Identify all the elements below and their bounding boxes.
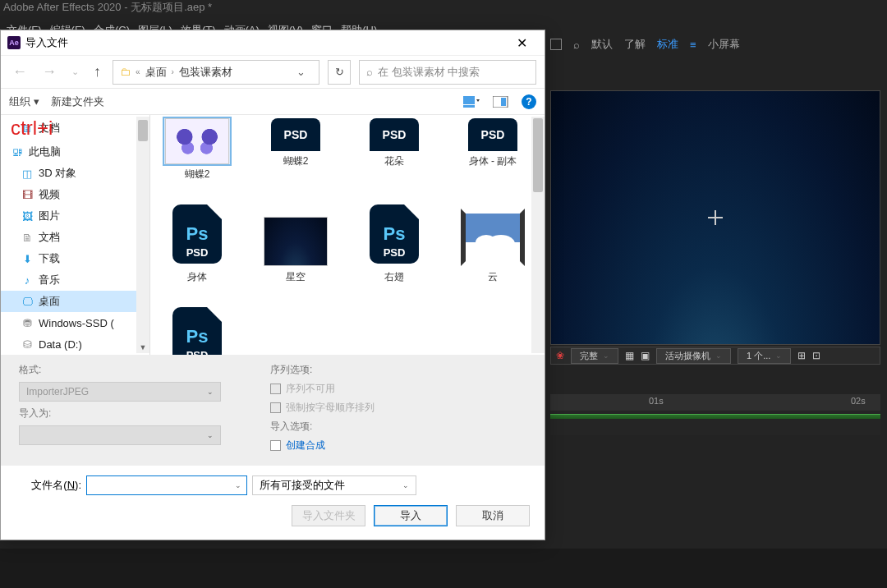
- dialog-body: ctrl+i 🗎文档 🖳此电脑 ◫3D 对象 🎞视频 🖼图片 🗎文档 ⬇下载 ♪…: [1, 114, 545, 355]
- doc-icon: 🗎: [21, 231, 34, 244]
- sidebar-item-docs2[interactable]: 🗎文档: [1, 227, 149, 248]
- disk-icon: ⛃: [21, 316, 34, 329]
- chevron-icon: «: [134, 67, 142, 76]
- svg-rect-0: [463, 96, 475, 104]
- file-filter-select[interactable]: 所有可接受的文件⌄: [252, 475, 416, 495]
- file-leftwing-psd[interactable]: PsPSD 左翅: [163, 304, 231, 355]
- desktop-icon: 🖵: [21, 295, 34, 308]
- new-folder-button[interactable]: 新建文件夹: [51, 94, 104, 109]
- timeline-panel[interactable]: 01s 02s: [550, 394, 880, 435]
- anchor-icon: [708, 210, 723, 225]
- import-options-panel: 格式: ImporterJPEG⌄ 导入为: ⌄ 序列选项: 序列不可用 强制按…: [1, 355, 545, 466]
- view-mode-button[interactable]: [462, 94, 480, 109]
- filename-input[interactable]: ⌄: [86, 475, 247, 495]
- file-body-copy-psd[interactable]: PSD 身体 - 副本: [459, 118, 526, 181]
- sidebar-item-videos[interactable]: 🎞视频: [1, 184, 149, 205]
- sidebar-item-documents[interactable]: 🗎文档: [1, 115, 149, 136]
- file-starry[interactable]: 星空: [262, 201, 329, 284]
- time-mark-1: 01s: [649, 396, 664, 406]
- app-title: Adobe After Effects 2020 - 无标题项目.aep *: [3, 0, 212, 15]
- import-button[interactable]: 导入: [374, 505, 448, 526]
- search-icon[interactable]: ⌕: [573, 39, 580, 51]
- sidebar-item-pictures[interactable]: 🖼图片: [1, 205, 149, 227]
- cube-icon: ◫: [21, 167, 34, 180]
- crumb-desktop[interactable]: 桌面: [145, 65, 167, 80]
- ws-learn[interactable]: 了解: [624, 37, 646, 52]
- cancel-button[interactable]: 取消: [456, 505, 530, 526]
- thumbnail-icon: [461, 209, 525, 266]
- dialog-title-text: 导入文件: [25, 35, 68, 50]
- mask-icon[interactable]: ▣: [641, 350, 650, 361]
- sidebar-item-3d[interactable]: ◫3D 对象: [1, 163, 149, 184]
- dialog-nav: ← → ⌄ ↑ 🗀 « 桌面 › 包装课素材 ⌄ ↻ ⌕ 在 包装课素材 中搜索: [1, 55, 545, 88]
- breadcrumb[interactable]: 🗀 « 桌面 › 包装课素材 ⌄: [113, 60, 319, 85]
- file-butterfly2-jpg[interactable]: 蝴蝶2: [163, 118, 231, 181]
- timeline-track[interactable]: [550, 414, 880, 419]
- scroll-thumb[interactable]: [138, 120, 148, 141]
- channel-icon[interactable]: ❀: [556, 350, 564, 361]
- import-folder-button: 导入文件夹: [292, 505, 365, 526]
- sidebar-item-downloads[interactable]: ⬇下载: [1, 248, 149, 269]
- sidebar-scrollbar[interactable]: ▲ ▼: [136, 117, 149, 353]
- search-input[interactable]: ⌕ 在 包装课素材 中搜索: [359, 60, 536, 85]
- psd-icon: PSD: [370, 118, 419, 151]
- importas-label: 导入为:: [19, 407, 221, 420]
- create-comp-checkbox[interactable]: 创建合成: [270, 439, 375, 452]
- folder-sidebar: ctrl+i 🗎文档 🖳此电脑 ◫3D 对象 🎞视频 🖼图片 🗎文档 ⬇下载 ♪…: [1, 115, 150, 355]
- files-scrollbar[interactable]: [531, 117, 545, 353]
- sidebar-item-ssd[interactable]: ⛃Windows-SSD (: [1, 312, 149, 333]
- file-cloud[interactable]: 云: [459, 201, 526, 284]
- file-flower-psd[interactable]: PSD 花朵: [361, 118, 428, 181]
- pic-icon: 🖼: [21, 209, 34, 223]
- file-rightwing-psd[interactable]: PsPSD 右翅: [361, 201, 428, 284]
- quality-dropdown[interactable]: 完整⌄: [571, 348, 618, 364]
- scroll-thumb[interactable]: [533, 118, 543, 192]
- scroll-down-icon[interactable]: ▼: [136, 342, 149, 353]
- crumb-dropdown[interactable]: ⌄: [289, 66, 312, 78]
- download-icon: ⬇: [21, 252, 34, 265]
- timeline-ruler[interactable]: 01s 02s: [550, 394, 880, 411]
- ae-footer: [0, 549, 887, 588]
- sidebar-item-desktop[interactable]: 🖵桌面: [1, 291, 149, 312]
- sidebar-item-music[interactable]: ♪音乐: [1, 269, 149, 291]
- time-mark-2: 02s: [851, 396, 866, 406]
- chevron-icon: ›: [170, 67, 176, 76]
- psd-icon: PSD: [271, 118, 320, 151]
- preview-pane-button[interactable]: [492, 94, 510, 109]
- composition-viewport[interactable]: [550, 90, 880, 345]
- sidebar-item-data[interactable]: ⛁Data (D:): [1, 333, 149, 355]
- nav-up[interactable]: ↑: [90, 63, 104, 80]
- video-icon: 🎞: [21, 188, 34, 201]
- crumb-folder[interactable]: 包装课素材: [179, 65, 232, 80]
- ws-default[interactable]: 默认: [591, 37, 613, 52]
- file-butterfly2-psd[interactable]: PSD 蝴蝶2: [262, 118, 329, 181]
- views-dropdown[interactable]: 1 个...⌄: [738, 348, 791, 364]
- help-button[interactable]: ?: [522, 94, 536, 109]
- viewport-controls: ❀ 完整⌄ ▦ ▣ 活动摄像机⌄ 1 个...⌄ ⊞ ⊡: [550, 347, 880, 365]
- close-button[interactable]: ✕: [505, 35, 538, 51]
- importopt-label: 导入选项:: [270, 420, 375, 434]
- svg-rect-1: [463, 105, 475, 108]
- vp-icon-2[interactable]: ⊡: [812, 350, 820, 361]
- vp-icon-1[interactable]: ⊞: [797, 350, 806, 361]
- importas-select: ⌄: [19, 425, 221, 445]
- snap-icon[interactable]: [550, 39, 562, 50]
- ws-standard[interactable]: 标准: [657, 37, 678, 52]
- ws-menu-icon[interactable]: ≡: [690, 39, 696, 51]
- nav-recent[interactable]: ⌄: [68, 67, 82, 77]
- refresh-button[interactable]: ↻: [328, 60, 351, 85]
- format-select: ImporterJPEG⌄: [19, 382, 221, 402]
- file-browser: 蝴蝶2 PSD 蝴蝶2 PSD 花朵 PSD 身体 - 副本 PsPSD 身体: [150, 115, 545, 355]
- dialog-bottom: 文件名(N): ⌄ 所有可接受的文件⌄ 导入文件夹 导入 取消: [1, 466, 545, 540]
- camera-dropdown[interactable]: 活动摄像机⌄: [656, 348, 731, 364]
- organize-button[interactable]: 组织 ▾: [9, 94, 39, 109]
- search-placeholder: 在 包装课素材 中搜索: [378, 65, 480, 80]
- nav-back[interactable]: ←: [9, 63, 30, 80]
- file-body-psd[interactable]: PsPSD 身体: [163, 201, 231, 284]
- sidebar-item-thispc[interactable]: 🖳此电脑: [1, 141, 149, 163]
- psd-icon: PsPSD: [370, 204, 419, 264]
- svg-rect-3: [501, 98, 506, 106]
- pc-icon: 🖳: [11, 145, 24, 158]
- grid-icon[interactable]: ▦: [625, 350, 634, 361]
- ws-small[interactable]: 小屏幕: [708, 37, 740, 52]
